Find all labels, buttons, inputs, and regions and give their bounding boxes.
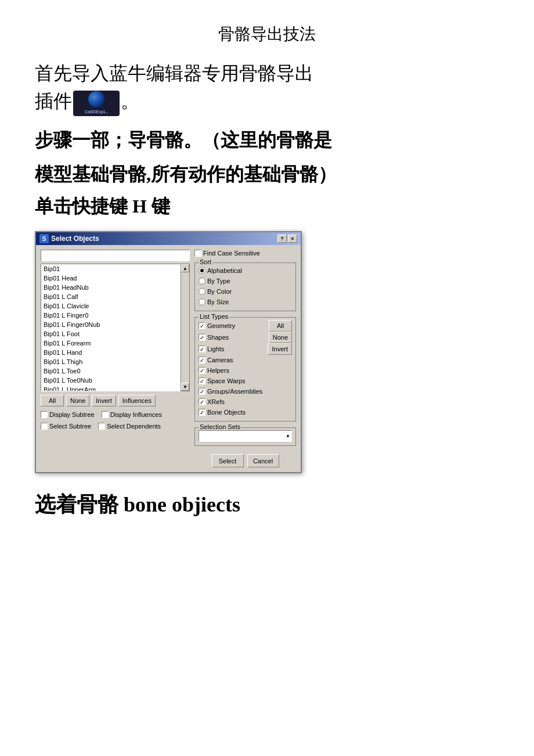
list-box-wrap: Bip01Bip01 HeadBip01 HeadNubBip01 L Calf… xyxy=(41,264,190,391)
left-panel: Bip01Bip01 HeadBip01 HeadNubBip01 L Calf… xyxy=(41,250,190,467)
list-item[interactable]: Bip01 HeadNub xyxy=(41,283,180,292)
list-item[interactable]: Bip01 L Foot xyxy=(41,329,180,339)
helpers-checkbox[interactable] xyxy=(199,367,205,374)
find-case-label: Find Case Sensitive xyxy=(203,250,260,257)
geometry-row: Geometry All xyxy=(199,320,292,332)
none-types-button[interactable]: None xyxy=(269,332,292,343)
list-item[interactable]: Bip01 L Calf xyxy=(41,292,180,301)
groups-checkbox[interactable] xyxy=(199,388,205,395)
sort-bysize-radio[interactable] xyxy=(199,298,205,305)
list-item[interactable]: Bip01 L UpperArm xyxy=(41,385,180,391)
shapes-row: Shapes None xyxy=(199,332,292,343)
intro-line2-prefix: 插件 xyxy=(35,91,72,111)
select-dependents-row: Select Dependents xyxy=(98,423,161,430)
bottom-checkboxes: Display Subtree Display Influences xyxy=(41,411,190,418)
titlebar-left: S Select Objects xyxy=(39,234,99,243)
sort-bycolor-radio[interactable] xyxy=(199,288,205,295)
sort-bytype-row: By Type xyxy=(199,276,292,286)
sort-bycolor-label: By Color xyxy=(207,286,232,297)
space-warps-label: Space Warps xyxy=(207,376,246,386)
shapes-checkbox[interactable] xyxy=(199,334,205,341)
object-list[interactable]: Bip01Bip01 HeadBip01 HeadNubBip01 L Calf… xyxy=(41,264,181,391)
xrefs-checkbox[interactable] xyxy=(199,398,205,405)
list-item[interactable]: Bip01 L Thigh xyxy=(41,357,180,366)
none-button[interactable]: None xyxy=(66,395,89,406)
sort-group-label: Sort xyxy=(199,258,212,265)
dialog-app-icon: S xyxy=(39,234,49,243)
select-subtree-checkbox[interactable] xyxy=(41,423,48,430)
all-types-button[interactable]: All xyxy=(269,320,292,332)
selection-sets-label: Selection Sets xyxy=(199,423,241,430)
geometry-checkbox[interactable] xyxy=(199,322,205,329)
list-item[interactable]: Bip01 L Finger0 xyxy=(41,311,180,320)
list-item[interactable]: Bip01 L Finger0Nub xyxy=(41,320,180,329)
invert-types-button[interactable]: Invert xyxy=(268,343,292,355)
groups-label: Groups/Assemblies xyxy=(207,386,262,397)
sort-group: Sort Alphabetical By Type By Color By Si… xyxy=(194,262,296,311)
cameras-checkbox[interactable] xyxy=(199,357,205,363)
page-title: 骨骼导出技法 xyxy=(35,23,499,45)
sort-bycolor-row: By Color xyxy=(199,286,292,297)
right-panel: Find Case Sensitive Sort Alphabetical By… xyxy=(194,250,296,467)
scroll-down-button[interactable]: ▼ xyxy=(181,383,189,391)
select-dependents-checkbox[interactable] xyxy=(98,423,105,430)
select-dependents-label: Select Dependents xyxy=(107,423,161,430)
display-influences-checkbox[interactable] xyxy=(102,411,109,418)
all-button[interactable]: All xyxy=(41,395,64,406)
titlebar-controls[interactable]: ? × xyxy=(277,235,297,243)
list-scrollbar[interactable]: ▲ ▼ xyxy=(181,264,190,391)
scroll-thumb[interactable] xyxy=(182,273,189,382)
select-subtree-row: Select Subtree xyxy=(41,423,91,430)
list-item[interactable]: Bip01 L Clavicle xyxy=(41,301,180,311)
bone-objects-checkbox[interactable] xyxy=(199,409,205,416)
intro-line2-suffix: 。 xyxy=(121,91,139,111)
select-button[interactable]: Select xyxy=(212,454,244,467)
plugin-label: Cal3DExp1... xyxy=(84,109,108,116)
list-item[interactable]: Bip01 L Toe0Nub xyxy=(41,376,180,385)
step-text-1: 步骤一部；导骨骼。（这里的骨骼是 xyxy=(35,125,499,155)
display-subtree-row: Display Subtree xyxy=(41,411,95,418)
lights-checkbox[interactable] xyxy=(199,345,205,352)
step-text-2: 模型基础骨骼,所有动作的基础骨骼） xyxy=(35,160,499,189)
shortcut-text: 单击快捷键 H 键 xyxy=(35,194,499,219)
list-item[interactable]: Bip01 L Forearm xyxy=(41,339,180,348)
sort-alphabetical-radio[interactable] xyxy=(199,267,205,274)
list-types-label: List Types xyxy=(199,313,229,320)
sort-bysize-row: By Size xyxy=(199,297,292,307)
invert-button[interactable]: Invert xyxy=(92,395,116,406)
xrefs-label: XRefs xyxy=(207,397,225,407)
search-input[interactable] xyxy=(41,250,190,261)
list-item[interactable]: Bip01 L Hand xyxy=(41,348,180,357)
plugin-icon: Cal3DExp1... xyxy=(73,91,120,116)
find-case-row: Find Case Sensitive xyxy=(194,250,296,257)
list-item[interactable]: Bip01 xyxy=(41,264,180,273)
bottom-action-buttons: All None Invert Influences xyxy=(41,395,190,406)
bottom-text: 选着骨骼 bone objiects xyxy=(35,491,499,519)
list-item[interactable]: Bip01 L Toe0 xyxy=(41,366,180,376)
list-types-group: List Types Geometry All Shapes None xyxy=(194,317,296,422)
dialog-titlebar: S Select Objects ? × xyxy=(36,232,301,245)
sort-bytype-radio[interactable] xyxy=(199,278,205,285)
display-subtree-checkbox[interactable] xyxy=(41,411,48,418)
helpers-label: Helpers xyxy=(207,365,229,376)
selection-sets-group: Selection Sets ▼ xyxy=(194,427,296,446)
sort-bysize-label: By Size xyxy=(207,297,229,307)
cameras-label: Cameras xyxy=(207,355,233,365)
find-case-checkbox[interactable] xyxy=(194,250,201,257)
dialog-close-button[interactable]: × xyxy=(288,235,297,243)
sort-alphabetical-row: Alphabetical xyxy=(199,265,292,276)
xrefs-row: XRefs xyxy=(199,397,292,407)
bone-objects-row: Bone Objects xyxy=(199,407,292,417)
influences-button[interactable]: Influences xyxy=(118,395,156,406)
intro-paragraph: 首先导入蓝牛编辑器专用骨骼导出 插件 Cal3DExp1... 。 xyxy=(35,59,499,116)
space-warps-row: Space Warps xyxy=(199,376,292,386)
list-item[interactable]: Bip01 Head xyxy=(41,273,180,283)
selection-sets-dropdown[interactable]: ▼ xyxy=(199,430,292,442)
bottom-checkboxes-2: Select Subtree Select Dependents xyxy=(41,423,190,430)
dialog-help-button[interactable]: ? xyxy=(277,235,287,243)
scroll-up-button[interactable]: ▲ xyxy=(181,264,189,272)
dialog-action-buttons: Select Cancel xyxy=(194,454,296,467)
cancel-button[interactable]: Cancel xyxy=(247,454,279,467)
space-warps-checkbox[interactable] xyxy=(199,377,205,384)
groups-row: Groups/Assemblies xyxy=(199,386,292,397)
